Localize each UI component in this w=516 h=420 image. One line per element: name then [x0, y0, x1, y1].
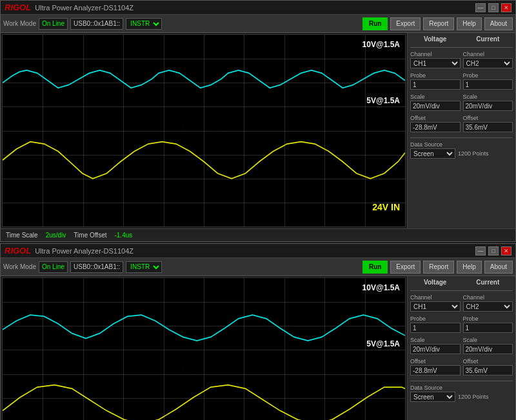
voltage-header-col-2: Voltage: [410, 279, 461, 287]
scale-row-1: Scale 20mV/div Scale 20mV/div: [410, 94, 513, 113]
offset-row-2: Offset -28.8mV Offset 35.6mV: [410, 358, 513, 377]
rigol-logo-1: RIGOL: [5, 3, 31, 12]
data-source-label-1: Data Source: [410, 141, 513, 148]
run-button-1[interactable]: Run: [362, 17, 388, 30]
data-source-row-2: Screen 1200 Points: [410, 392, 513, 402]
main-panel-2: MATCH 10V@1.5A 5V@1.5A 16V IN Voltage: [1, 276, 515, 420]
data-source-label-2: Data Source: [410, 385, 513, 391]
scope-display-1: MATCH 10V@1.5A 5V@1.5A 24V IN: [2, 34, 406, 227]
close-button-2[interactable]: ✕: [501, 246, 511, 255]
time-offset-label-1: Time Offset: [74, 232, 106, 239]
c-probe-group-1: Probe 1: [463, 72, 513, 90]
help-button-1[interactable]: Help: [457, 17, 482, 30]
scale-row-2: Scale 20mV/div Scale 20mV/div: [410, 337, 513, 356]
v-offset-value-2: -28.8mV: [410, 365, 461, 375]
close-button-1[interactable]: ✕: [501, 3, 511, 12]
time-scale-label-1: Time Scale: [6, 232, 38, 239]
export-button-1[interactable]: Export: [390, 17, 421, 30]
title-text-2: Ultra Power Analyzer-DS1104Z: [35, 247, 134, 255]
work-mode-value-1: On Line: [39, 18, 68, 30]
v-channel-group-1: Channel CH1: [410, 51, 461, 68]
minimize-button-2[interactable]: —: [475, 246, 486, 255]
points-label-2: 1200 Points: [458, 394, 489, 400]
right-panel-2: Voltage Current Channel CH1 Cha: [407, 276, 515, 420]
export-button-2[interactable]: Export: [390, 261, 421, 274]
c-offset-label-2: Offset: [463, 358, 513, 365]
title-bar-left-1: RIGOL Ultra Power Analyzer-DS1104Z: [5, 3, 134, 12]
panel-headers-2: Voltage Current: [410, 279, 513, 287]
waveform-svg-2: [3, 278, 405, 420]
scope-label-24v-1: 24V IN: [372, 202, 400, 212]
current-header-1: Current: [463, 35, 513, 44]
v-probe-group-1: Probe 1: [410, 72, 461, 90]
v-probe-value-2: 1: [410, 323, 461, 333]
about-button-1[interactable]: About: [484, 17, 513, 30]
c-offset-value-1: 35.6mV: [463, 122, 513, 132]
instr-select-1[interactable]: INSTR: [126, 18, 162, 30]
channel-row-1: Channel CH1 Channel CH2: [410, 51, 513, 70]
v-probe-group-2: Probe 1: [410, 315, 461, 333]
v-channel-label-1: Channel: [410, 51, 461, 57]
points-label-1: 1200 Points: [458, 150, 489, 157]
window-1: RIGOL Ultra Power Analyzer-DS1104Z — □ ✕…: [0, 0, 516, 242]
channel-row-2: Channel CH1 Channel CH2: [410, 294, 513, 314]
c-scale-value-1: 20mV/div: [463, 101, 513, 111]
panel-headers-1: Voltage Current: [410, 35, 513, 44]
c-scale-group-1: Scale 20mV/div: [463, 94, 513, 111]
data-source-select-2[interactable]: Screen: [410, 392, 455, 402]
window-2: RIGOL Ultra Power Analyzer-DS1104Z — □ ✕…: [0, 243, 516, 420]
c-probe-value-2: 1: [463, 323, 513, 333]
v-scale-value-2: 20mV/div: [410, 344, 461, 354]
scope-label-10v-1: 10V@1.5A: [362, 40, 400, 49]
maximize-button-2[interactable]: □: [488, 246, 499, 255]
maximize-button-1[interactable]: □: [488, 3, 499, 12]
report-button-1[interactable]: Report: [423, 17, 454, 30]
v-channel-group-2: Channel CH1: [410, 294, 461, 312]
toolbar-1: Work Mode On Line USB0::0x1AB1:: INSTR R…: [1, 15, 515, 33]
v-scale-label-2: Scale: [410, 337, 461, 343]
minimize-button-1[interactable]: —: [475, 3, 486, 12]
c-scale-value-2: 20mV/div: [463, 344, 513, 354]
c-probe-group-2: Probe 1: [463, 315, 513, 333]
c-scale-label-2: Scale: [463, 337, 513, 343]
help-button-2[interactable]: Help: [457, 261, 482, 274]
c-scale-group-2: Scale 20mV/div: [463, 337, 513, 354]
usb-value-2: USB0::0x1AB1::: [70, 261, 123, 273]
c-scale-label-1: Scale: [463, 94, 513, 100]
usb-value-1: USB0::0x1AB1::: [70, 18, 123, 30]
work-mode-label-2: Work Mode: [3, 263, 36, 270]
c-channel-select-1[interactable]: CH2: [463, 58, 513, 68]
data-source-select-1[interactable]: Screen: [410, 148, 455, 159]
c-offset-group-2: Offset 35.6mV: [463, 358, 513, 375]
v-probe-label-1: Probe: [410, 72, 461, 79]
c-channel-label-1: Channel: [463, 51, 513, 57]
v-offset-label-1: Offset: [410, 115, 461, 121]
v-scale-group-1: Scale 20mV/div: [410, 94, 461, 111]
app-container: RIGOL Ultra Power Analyzer-DS1104Z — □ ✕…: [0, 0, 516, 420]
probe-row-1: Probe 1 Probe 1: [410, 72, 513, 92]
time-scale-value-1: 2us/div: [46, 232, 66, 239]
instr-select-2[interactable]: INSTR: [126, 261, 162, 273]
report-button-2[interactable]: Report: [423, 261, 454, 274]
v-scale-group-2: Scale 20mV/div: [410, 337, 461, 354]
v-channel-select-1[interactable]: CH1: [410, 58, 461, 68]
c-channel-select-2[interactable]: CH2: [463, 301, 513, 312]
run-button-2[interactable]: Run: [362, 261, 388, 274]
c-offset-label-1: Offset: [463, 115, 513, 121]
rigol-logo-2: RIGOL: [5, 246, 31, 255]
c-channel-group-2: Channel CH2: [463, 294, 513, 312]
title-controls-1: — □ ✕: [475, 3, 511, 12]
c-offset-value-2: 35.6mV: [463, 365, 513, 375]
v-scale-value-1: 20mV/div: [410, 101, 461, 111]
title-bar-1: RIGOL Ultra Power Analyzer-DS1104Z — □ ✕: [1, 1, 515, 15]
v-channel-select-2[interactable]: CH1: [410, 301, 461, 312]
c-probe-value-1: 1: [463, 79, 513, 90]
work-mode-label-1: Work Mode: [3, 20, 36, 27]
title-controls-2: — □ ✕: [475, 246, 511, 255]
c-channel-label-2: Channel: [463, 294, 513, 301]
right-panel-1: Voltage Current Channel CH1 Cha: [407, 33, 515, 228]
toolbar-2: Work Mode On Line USB0::0x1AB1:: INSTR R…: [1, 258, 515, 276]
v-offset-group-2: Offset -28.8mV: [410, 358, 461, 375]
about-button-2[interactable]: About: [484, 261, 513, 274]
main-panel-1: MATCH 10V@1.5A 5V@1.5A 24V IN Voltage: [1, 33, 515, 228]
